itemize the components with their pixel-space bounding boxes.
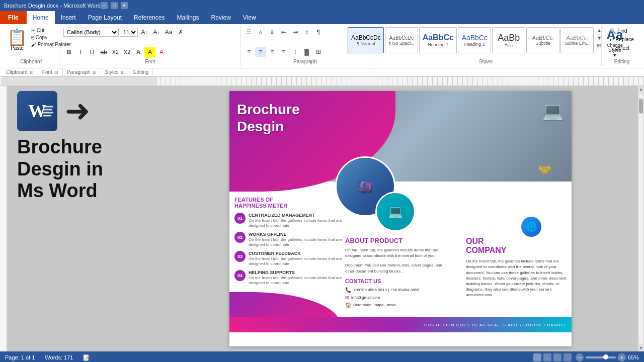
find-icon: 🔍 <box>610 28 616 34</box>
select-button[interactable]: ↘ Select <box>608 44 636 52</box>
feature-item-3: 03 CUSTOMER FEEDBACK On the Insert tab, … <box>234 251 345 266</box>
text-effects-button[interactable]: A <box>133 47 144 57</box>
style-normal[interactable]: AaBbCcDc ¶ Normal <box>348 27 384 53</box>
highlight-button[interactable]: A <box>144 47 155 57</box>
sort-button[interactable]: ↕ <box>301 27 312 37</box>
change-case-button[interactable]: Aa <box>163 27 174 37</box>
justify-button[interactable]: ≡ <box>278 47 289 57</box>
phone-icon: 📞 <box>345 287 351 293</box>
title-bar: Brochure Desgin.docx - Microsoft Word ─ … <box>0 0 644 11</box>
clipboard-label: Clipboard <box>2 59 60 65</box>
scroll-down-btn[interactable]: ▼ <box>638 345 644 351</box>
zoom-out-button[interactable]: ─ <box>576 353 584 361</box>
feature-text-1: CENTRALIZED MANAGEMENT On the Insert tab… <box>249 213 345 228</box>
editing-label: Editing <box>602 59 642 65</box>
contact-phone: +98789 4566 9913 | +98 65454 8898 <box>353 288 420 292</box>
feature-text-2: WORKS OFFLINE On the Insert tab, the gal… <box>249 232 345 247</box>
circle-cyan-inner: 💻 <box>377 193 414 230</box>
tab-review[interactable]: Review <box>205 11 236 24</box>
feature-num-1: 01 <box>234 213 246 224</box>
maximize-btn[interactable]: □ <box>111 2 118 9</box>
feature-num-2: 02 <box>234 232 246 243</box>
font-name-row: Calibri (Body) 11 A↑ A↓ Aa ✗ <box>63 27 186 37</box>
feature-item-1: 01 CENTRALIZED MANAGEMENT On the Insert … <box>234 213 345 228</box>
clear-format-button[interactable]: ✗ <box>175 27 186 37</box>
strikethrough-button[interactable]: ab <box>98 47 109 57</box>
tab-mailings[interactable]: Mailings <box>171 11 205 24</box>
show-formatting-button[interactable]: ¶ <box>313 27 324 37</box>
spell-check-icon: 📝 <box>83 354 90 361</box>
bullets-button[interactable]: ☰ <box>244 27 255 37</box>
italic-button[interactable]: I <box>75 47 86 57</box>
shading-button[interactable]: ▓ <box>301 47 312 57</box>
scroll-up-btn[interactable]: ▲ <box>638 86 644 93</box>
draft-view-btn[interactable] <box>564 353 572 361</box>
style-title[interactable]: AaBb Title <box>492 27 525 53</box>
feature-text-3: CUSTOMER FEEDBACK On the Insert tab, the… <box>249 251 345 266</box>
paste-button[interactable]: 📋 Paste <box>5 27 29 53</box>
style-heading2[interactable]: AaBbCc Heading 2 <box>458 27 491 53</box>
font-color-button[interactable]: A <box>156 47 167 57</box>
multilevel-list-button[interactable]: ⇓ <box>267 27 278 37</box>
content-middle: ABOUT PRODUCT On the Insert tab, the gal… <box>345 237 446 310</box>
numbering-button[interactable]: ⑃ <box>255 27 266 37</box>
styles-expand-icon[interactable]: ⊡ <box>121 70 125 75</box>
zoom-in-button[interactable]: + <box>618 353 626 361</box>
replace-button[interactable]: ⇄ Replace <box>608 36 636 43</box>
font-size-select[interactable]: 11 <box>120 28 138 37</box>
font-name-select[interactable]: Calibri (Body) <box>63 28 119 37</box>
align-left-button[interactable]: ≡ <box>244 47 255 57</box>
zoom-controls: ─ + 65% <box>576 353 639 361</box>
clipboard-expand-icon[interactable]: ⊡ <box>30 70 34 75</box>
styles-label: Styles <box>370 59 601 65</box>
scissors-icon: ✂ <box>31 28 35 33</box>
tab-insert[interactable]: Insert <box>55 11 82 24</box>
web-layout-btn[interactable] <box>553 353 561 361</box>
line-spacing-button[interactable]: ↕ <box>290 47 301 57</box>
shrink-font-button[interactable]: A↓ <box>151 27 162 37</box>
print-layout-btn[interactable] <box>533 353 541 361</box>
grow-font-button[interactable]: A↑ <box>139 27 150 37</box>
subscript-button[interactable]: X2 <box>110 47 121 57</box>
paste-label: Paste <box>11 45 24 51</box>
features-title: FEATURES OF HAPPINESS METER <box>234 197 345 209</box>
minimize-btn[interactable]: ─ <box>101 2 108 9</box>
style-subtle-em[interactable]: AaBbCc. Subtle Em... <box>560 27 594 53</box>
editing-group: 🔍 Find ⇄ Replace ↘ Select Editing <box>602 26 642 66</box>
zoom-slider[interactable] <box>586 356 616 358</box>
feature-num-3: 03 <box>234 251 246 262</box>
align-center-button[interactable]: ≡ <box>255 47 266 57</box>
align-right-button[interactable]: ≡ <box>267 47 278 57</box>
title-bar-controls: ─ □ ✕ <box>101 2 128 9</box>
style-heading1[interactable]: AaBbCc Heading 1 <box>419 27 457 53</box>
paragraph-expand-icon[interactable]: ⊡ <box>93 70 97 75</box>
increase-indent-button[interactable]: ⇥ <box>290 27 301 37</box>
contact-phone-item: 📞 +98789 4566 9913 | +98 65454 8898 <box>345 287 446 293</box>
style-no-spacing[interactable]: AaBbCcDc ¶ No Spaci... <box>385 27 418 53</box>
superscript-button[interactable]: X2 <box>121 47 132 57</box>
tab-home[interactable]: Home <box>27 11 55 24</box>
full-screen-btn[interactable] <box>543 353 551 361</box>
contact-address-item: 🏠 Birtamode Jhapa , India <box>345 302 446 308</box>
font-expand-icon[interactable]: ⊡ <box>54 70 58 75</box>
styles-container: AaBbCcDc ¶ Normal AaBbCcDc ¶ No Spaci...… <box>348 27 623 58</box>
close-btn[interactable]: ✕ <box>121 2 128 9</box>
page-info: Page: 1 of 1 <box>5 354 35 360</box>
bold-button[interactable]: B <box>63 47 74 57</box>
tab-view[interactable]: View <box>237 11 262 24</box>
scroll-track[interactable] <box>639 94 643 344</box>
vertical-ruler <box>0 86 7 351</box>
borders-button[interactable]: ⊞ <box>313 47 324 57</box>
style-subtitle[interactable]: AaBbCc. Subtitle <box>526 27 559 53</box>
tab-page-layout[interactable]: Page Layout <box>82 11 128 24</box>
tab-bar: File Home Insert Page Layout References … <box>0 11 644 24</box>
paragraph-label-row: Paragraph ⊡ <box>63 68 101 76</box>
underline-button[interactable]: U <box>87 47 98 57</box>
home-icon: 🏠 <box>345 302 351 308</box>
find-button[interactable]: 🔍 Find <box>608 27 636 35</box>
tab-references[interactable]: References <box>128 11 171 24</box>
decrease-indent-button[interactable]: ⇤ <box>278 27 289 37</box>
clipboard-label-row: Clipboard ⊡ <box>2 68 38 76</box>
file-tab[interactable]: File <box>0 11 27 24</box>
doc-area[interactable]: 💻 📊 🤝 Brochure Desgin 🌆 <box>163 86 638 351</box>
